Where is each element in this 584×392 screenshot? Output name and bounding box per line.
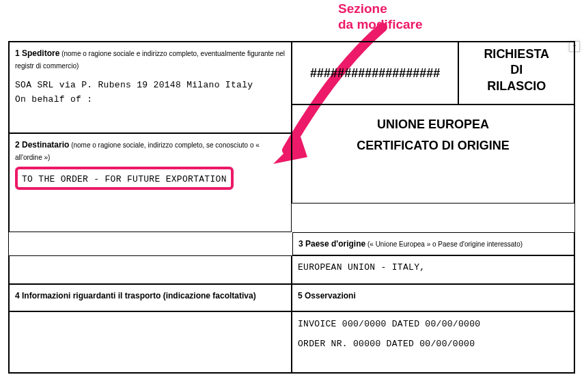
box1-value-cell: SOA SRL via P. Rubens 19 20148 Milano It… bbox=[9, 74, 292, 133]
box3-value: EUROPEAN UNION - ITALY, bbox=[298, 262, 425, 272]
box2-highlight: TO THE ORDER - FOR FUTURE EXPORTATION bbox=[15, 167, 234, 190]
box3-label-small: (« Unione Europea » o Paese d'origine in… bbox=[365, 240, 523, 248]
box5-line1: INVOICE 000/0000 DATED 00/00/0000 bbox=[298, 319, 568, 329]
annotation-line2: da modificare bbox=[338, 17, 423, 33]
box4-header: 4 Informazioni riguardanti il trasporto … bbox=[9, 284, 292, 311]
box3-label-bold: 3 Paese d'origine bbox=[298, 239, 365, 249]
box2-value: TO THE ORDER - FOR FUTURE EXPORTATION bbox=[22, 174, 227, 184]
box2-label-bold: 2 Destinatario bbox=[15, 140, 69, 150]
box4-label-bold: 4 Informazioni riguardanti il trasporto … bbox=[15, 291, 256, 300]
box5-label-bold: 5 Osservazioni bbox=[298, 291, 356, 300]
annotation-label: Sezione da modificare bbox=[338, 1, 423, 33]
box3-header: 3 Paese d'origine (« Unione Europea » o … bbox=[292, 232, 574, 255]
box1-header: 1 Speditore (nome o ragione sociale e in… bbox=[9, 42, 292, 76]
box3-value-cell: EUROPEAN UNION - ITALY, bbox=[292, 255, 574, 284]
union-title1: UNIONE EUROPEA bbox=[298, 117, 568, 132]
box5-body: INVOICE 000/0000 DATED 00/00/0000 ORDER … bbox=[292, 311, 574, 373]
annotation-line1: Sezione bbox=[338, 1, 423, 17]
request-line1: RICHIESTA bbox=[464, 46, 568, 62]
union-title2: CERTIFICATO DI ORIGINE bbox=[298, 139, 568, 153]
certificate-form: 1 Speditore (nome o ragione sociale e in… bbox=[8, 41, 575, 374]
box5-header: 5 Osservazioni bbox=[292, 284, 574, 311]
box2-spacer bbox=[9, 255, 292, 284]
box1-label-bold: 1 Speditore bbox=[15, 48, 59, 58]
union-title-cell: UNIONE EUROPEA CERTIFICATO DI ORIGINE bbox=[292, 104, 574, 204]
box2-cell: 2 Destinatario (nome o ragione sociale, … bbox=[9, 133, 292, 232]
box1-value: SOA SRL via P. Rubens 19 20148 Milano It… bbox=[15, 79, 261, 107]
box4-body bbox=[9, 311, 292, 373]
box5-line2: ORDER NR. 00000 DATED 00/00/0000 bbox=[298, 339, 568, 349]
